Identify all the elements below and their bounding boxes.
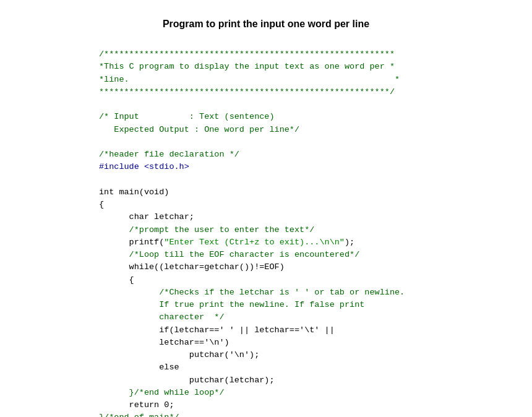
code-line: printf("Enter Text (Ctrl+z to exit)...\n… bbox=[99, 236, 507, 249]
code-line: *line. * bbox=[99, 74, 507, 86]
code-line: putchar('\n'); bbox=[99, 349, 507, 361]
page-title: Program to print the input one word per … bbox=[25, 19, 507, 30]
code-line: /*prompt the user to enter the text*/ bbox=[99, 224, 507, 236]
code-line: /*header file declaration */ bbox=[99, 148, 507, 161]
code-line: charecter */ bbox=[99, 311, 507, 324]
code-line: int main(void) bbox=[99, 186, 507, 199]
code-line: /***************************************… bbox=[99, 48, 507, 61]
code-line: /*Loop till the EOF character is encount… bbox=[99, 249, 507, 261]
code-line: }/*end while loop*/ bbox=[99, 387, 507, 399]
code-line: ****************************************… bbox=[99, 86, 507, 98]
code-line: { bbox=[99, 199, 507, 211]
code-line: }/*end of main*/ bbox=[99, 411, 507, 417]
code-line bbox=[99, 98, 507, 111]
code-line: if(letchar==' ' || letchar=='\t' || bbox=[99, 324, 507, 337]
code-line: /* Input : Text (sentence) bbox=[99, 111, 507, 123]
code-line: while((letchar=getchar())!=EOF) bbox=[99, 261, 507, 273]
code-line bbox=[99, 136, 507, 148]
code-line: { bbox=[99, 274, 507, 286]
code-line: return 0; bbox=[99, 399, 507, 411]
code-block: /***************************************… bbox=[25, 48, 507, 417]
code-line bbox=[99, 174, 507, 186]
code-line: /*Checks if the letchar is ' ' or tab or… bbox=[99, 286, 507, 299]
code-line: char letchar; bbox=[99, 211, 507, 223]
code-line: letchar=='\n') bbox=[99, 337, 507, 349]
code-line: Expected Output : One word per line*/ bbox=[99, 124, 507, 136]
code-line: #include <stdio.h> bbox=[99, 161, 507, 173]
code-line: *This C program to display the input tex… bbox=[99, 61, 507, 73]
code-line: else bbox=[99, 361, 507, 374]
code-line: putchar(letchar); bbox=[99, 374, 507, 387]
code-line: If true print the newline. If false prin… bbox=[99, 299, 507, 311]
